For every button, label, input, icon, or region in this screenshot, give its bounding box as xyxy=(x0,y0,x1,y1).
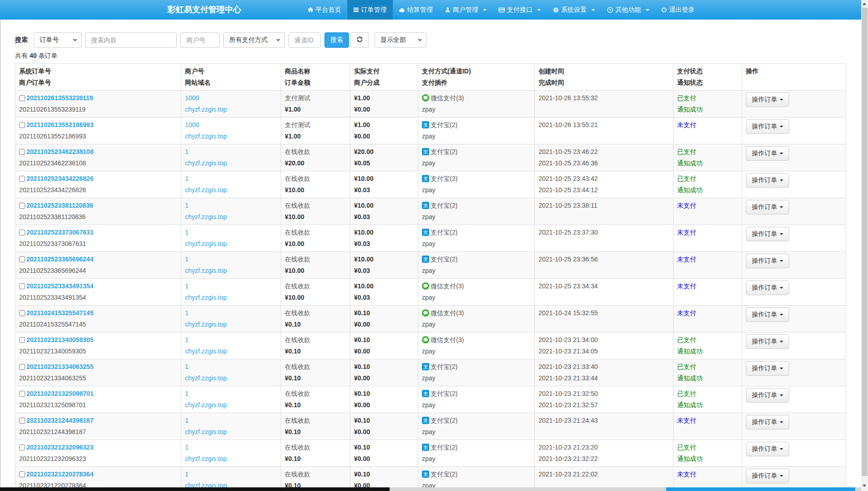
order-action-button[interactable]: 操作订单 xyxy=(746,442,789,456)
order-id-link[interactable]: 2021102523381120836 xyxy=(26,202,93,209)
vertical-scrollbar-thumb[interactable] xyxy=(862,8,868,476)
site-domain-link[interactable]: chyzf.zzgis.top xyxy=(185,428,227,435)
site-domain-link[interactable]: chyzf.zzgis.top xyxy=(185,133,227,140)
nav-item-pay-api[interactable]: 支付接口 xyxy=(493,0,547,20)
order-checkbox[interactable] xyxy=(19,256,25,262)
merchant-id-link[interactable]: 1000 xyxy=(185,121,199,128)
merchant-id-link[interactable]: 1 xyxy=(185,363,189,370)
horizontal-scrollbar-thumb[interactable] xyxy=(0,487,390,491)
nav-item-home[interactable]: 平台首页 xyxy=(302,0,347,20)
order-checkbox[interactable] xyxy=(19,203,25,209)
order-action-button[interactable]: 操作订单 xyxy=(746,415,789,430)
merchant-id-link[interactable]: 1 xyxy=(185,282,189,290)
search-button[interactable]: 搜索 xyxy=(324,32,349,48)
order-action-button[interactable]: 操作订单 xyxy=(746,146,789,161)
nav-item-settings[interactable]: 系统设置 xyxy=(547,0,601,20)
order-id-link[interactable]: 2021102321220278364 xyxy=(26,471,93,478)
merchant-id-link[interactable]: 1 xyxy=(185,148,189,155)
channel-id-input[interactable] xyxy=(288,32,321,48)
order-action-button[interactable]: 操作订单 xyxy=(746,361,789,376)
order-id-link[interactable]: 2021102523434226826 xyxy=(26,175,93,182)
merchant-id-link[interactable]: 1 xyxy=(185,229,189,236)
order-id-link[interactable]: 2021102613553239119 xyxy=(26,94,93,102)
horizontal-scrollbar[interactable] xyxy=(0,487,861,491)
site-domain-link[interactable]: chyzf.zzgis.top xyxy=(185,106,227,113)
order-action-button[interactable]: 操作订单 xyxy=(746,92,789,107)
order-action-button[interactable]: 操作订单 xyxy=(746,119,789,134)
site-domain-link[interactable]: chyzf.zzgis.top xyxy=(185,294,227,301)
site-domain-link[interactable]: chyzf.zzgis.top xyxy=(185,159,227,167)
merchant-id-link[interactable]: 1 xyxy=(185,175,189,182)
merchant-id-link[interactable]: 1 xyxy=(185,471,189,478)
merchant-id-link[interactable]: 1 xyxy=(185,336,189,343)
order-checkbox[interactable] xyxy=(19,176,25,182)
order-checkbox[interactable] xyxy=(19,364,25,370)
order-action-button[interactable]: 操作订单 xyxy=(746,254,789,268)
nav-item-merchants[interactable]: 商户管理 xyxy=(439,0,493,20)
order-checkbox[interactable] xyxy=(19,149,25,155)
merchant-id-link[interactable]: 1 xyxy=(185,390,189,397)
order-checkbox[interactable] xyxy=(19,95,25,101)
order-checkbox[interactable] xyxy=(19,310,25,316)
site-domain-link[interactable]: chyzf.zzgis.top xyxy=(185,213,227,220)
nav-item-orders[interactable]: 订单管理 xyxy=(347,0,393,20)
order-type-select[interactable]: 订单号 xyxy=(34,32,82,48)
merchant-id-link[interactable]: 1 xyxy=(185,202,189,209)
order-action-button[interactable]: 操作订单 xyxy=(746,200,789,215)
order-checkbox[interactable] xyxy=(19,391,25,397)
paytype-select[interactable]: 所有支付方式 xyxy=(223,32,285,48)
site-domain-link[interactable]: chyzf.zzgis.top xyxy=(185,186,227,194)
search-content-input[interactable] xyxy=(85,32,177,48)
nav-item-settlement[interactable]: 结算管理 xyxy=(393,0,439,20)
site-domain-link[interactable]: chyzf.zzgis.top xyxy=(185,240,227,247)
nav-item-logout[interactable]: 退出登录 xyxy=(655,0,701,20)
merchant-id-link[interactable]: 1 xyxy=(185,417,189,424)
site-domain-link[interactable]: chyzf.zzgis.top xyxy=(185,321,227,328)
vertical-scrollbar[interactable] xyxy=(861,0,868,491)
order-checkbox[interactable] xyxy=(19,471,25,477)
merchant-id-link[interactable]: 1 xyxy=(185,309,189,317)
site-domain-link[interactable]: chyzf.zzgis.top xyxy=(185,267,227,274)
order-checkbox[interactable] xyxy=(19,283,25,289)
order-id-link[interactable]: 2021102321244398187 xyxy=(26,417,93,424)
merchant-id-link[interactable]: 1 xyxy=(185,256,189,263)
order-id-link[interactable]: 2021102321232096323 xyxy=(26,444,93,451)
order-action-button[interactable]: 操作订单 xyxy=(746,307,789,322)
order-id-link[interactable]: 2021102415325547145 xyxy=(26,309,93,317)
order-id-link[interactable]: 2021102523462238108 xyxy=(26,148,93,155)
filter-select[interactable]: 显示全部 xyxy=(375,32,426,48)
order-checkbox[interactable] xyxy=(19,337,25,343)
site-domain-line: chyzf.zzgis.top xyxy=(185,211,277,223)
nav-item-other[interactable]: ?其他功能 xyxy=(601,0,655,20)
site-domain-link[interactable]: chyzf.zzgis.top xyxy=(185,401,227,409)
merchant-id-link[interactable]: 1000 xyxy=(185,94,199,102)
order-action-button[interactable]: 操作订单 xyxy=(746,281,789,295)
order-id-link[interactable]: 2021102523343491354 xyxy=(26,282,93,290)
merchant-id-link[interactable]: 1 xyxy=(185,444,189,451)
order-action-button[interactable]: 操作订单 xyxy=(746,388,789,403)
order-id-link[interactable]: 2021102321334063255 xyxy=(26,363,93,370)
order-id-link[interactable]: 2021102613552186993 xyxy=(26,121,93,128)
scroll-up-arrow-icon[interactable] xyxy=(863,3,866,5)
order-id-link[interactable]: 2021102321340059305 xyxy=(26,336,93,343)
merchant-id-input[interactable] xyxy=(180,32,220,48)
site-domain-link[interactable]: chyzf.zzgis.top xyxy=(185,374,227,382)
order-checkbox[interactable] xyxy=(19,230,25,235)
order-id-link[interactable]: 2021102321325098701 xyxy=(26,390,93,397)
order-action-button[interactable]: 操作订单 xyxy=(746,173,789,188)
order-action-button[interactable]: 操作订单 xyxy=(746,334,789,349)
site-domain-link[interactable]: chyzf.zzgis.top xyxy=(185,348,227,355)
order-id-link[interactable]: 2021102523365696244 xyxy=(26,256,93,263)
scroll-down-arrow-icon[interactable] xyxy=(863,485,866,487)
notify-status: 通知成功 xyxy=(677,184,738,196)
order-action-button[interactable]: 操作订单 xyxy=(746,469,789,483)
order-checkbox[interactable] xyxy=(19,445,25,450)
order-action-button[interactable]: 操作订单 xyxy=(746,227,789,241)
svg-text:支: 支 xyxy=(423,364,428,369)
site-domain-link[interactable]: chyzf.zzgis.top xyxy=(185,455,227,462)
page: 彩虹易支付管理中心 平台首页订单管理结算管理商户管理支付接口系统设置?其他功能退… xyxy=(0,0,868,491)
order-checkbox[interactable] xyxy=(19,122,25,128)
order-checkbox[interactable] xyxy=(19,418,25,424)
order-id-link[interactable]: 2021102523373067631 xyxy=(26,229,93,236)
refresh-button[interactable] xyxy=(350,32,369,48)
